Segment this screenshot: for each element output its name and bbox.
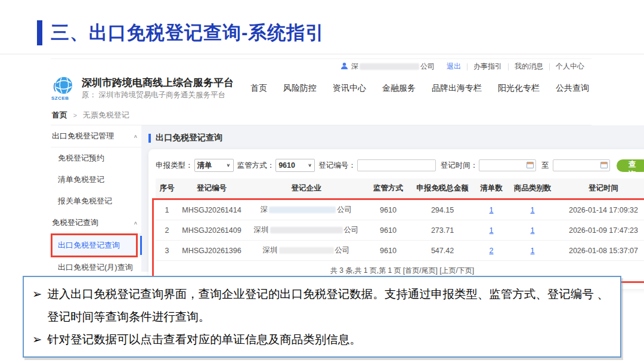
nav-finance[interactable]: 金融服务 [382, 83, 416, 94]
page-title: 三、出口免税登记查询-系统指引 [51, 20, 324, 45]
declare-type-value: 清单 [197, 161, 212, 171]
cell-reg-time: 2026-01-14 17:09:32 [558, 201, 644, 219]
sidebar-group-label: 免税登记查询 [52, 217, 98, 228]
supervision-select[interactable]: 9610 ∨ [275, 159, 315, 172]
chevron-down-icon: ∨ [226, 163, 230, 168]
cell-category-count-link[interactable]: 1 [507, 201, 558, 219]
cell-list-count-link[interactable]: 1 [476, 201, 507, 219]
nav-public-query[interactable]: 公共查询 [556, 83, 589, 94]
company-name-suffix: 公司 [420, 62, 435, 70]
main-content: 出口免税登记查询 申报类型： 清单 ∨ 监管方式： 9610 ∨ [141, 125, 644, 272]
supervision-value: 9610 [278, 161, 295, 170]
company-prefix: 深圳 [263, 246, 278, 254]
nav-info-center[interactable]: 资讯中心 [333, 83, 366, 94]
cell-supervision: 9610 [367, 222, 409, 239]
sidebar-item-exemption-appointment[interactable]: 免税登记预约 [51, 147, 141, 169]
cell-category-count-link[interactable]: 1 [507, 242, 558, 260]
cell-list-count-link[interactable]: 1 [476, 222, 507, 239]
breadcrumb-home[interactable]: 首页 [52, 110, 67, 119]
site-subtitle: 原： 深圳市跨境贸易电子商务通关服务平台 [82, 90, 234, 100]
calendar-icon[interactable] [527, 162, 534, 168]
pagination-prev-next[interactable]: [上页/下页] [438, 266, 474, 275]
sidebar-group-registration-query[interactable]: 免税登记查询 ∧ [51, 212, 141, 234]
col-list-count: 清单数 [476, 179, 507, 198]
sidebar-group-registration-mgmt[interactable]: 出口免税登记管理 ∧ [51, 125, 141, 147]
portal-body: 出口免税登记管理 ∧ 免税登记预约 清单免税登记 报关单免税登记 免税登记查询 … [51, 125, 592, 272]
guide-link[interactable]: 办事指引 [467, 61, 508, 72]
breadcrumb-current: 无票免税登记 [83, 110, 129, 119]
nav-risk-control[interactable]: 风险防控 [283, 83, 317, 94]
company-suffix: 公司 [337, 205, 352, 214]
company-suffix: 公司 [335, 246, 350, 254]
reg-time-to-box [553, 159, 610, 171]
cell-amount: 547.42 [409, 242, 476, 260]
company-prefix: 深圳 [254, 226, 269, 234]
messages-link[interactable]: 我的消息 [509, 61, 549, 72]
chevron-down-icon: ∨ [308, 163, 312, 168]
company-prefix: 深 [261, 205, 268, 214]
cell-list-count-link[interactable]: 2 [476, 242, 507, 260]
cell-reg-no: MHSGJ20261409 [178, 222, 245, 239]
cell-reg-no: MHSGJ20261396 [178, 242, 245, 260]
search-button[interactable]: 查询 [617, 159, 644, 172]
portal-screenshot: 深公司 退出 办事指引 我的消息 个人中心 [51, 59, 592, 266]
col-company: 登记企业 [245, 179, 367, 198]
panel-title-row: 出口免税登记查询 [148, 133, 644, 143]
reg-no-label: 登记编号： [318, 161, 356, 171]
logo-text: 深圳市跨境电商线上综合服务平台 原： 深圳市跨境贸易电子商务通关服务平台 [82, 76, 234, 100]
table-row: 1 MHSGJ20261414 深公司 9610 294.15 1 1 2026… [156, 200, 644, 220]
profile-link[interactable]: 个人中心 [550, 61, 590, 72]
declare-type-select[interactable]: 清单 ∨ [194, 159, 234, 172]
notes-box: ➢ 进入出口免税登记查询界面，查询企业登记的出口免税登记数据。支持通过申报类型、… [23, 276, 621, 358]
sidebar-item-export-exemption-query[interactable]: 出口免税登记查询 [51, 234, 141, 257]
site-title: 深圳市跨境电商线上综合服务平台 [82, 76, 234, 89]
breadcrumb: 首页 > 无票免税登记 [51, 106, 592, 125]
calendar-icon[interactable] [600, 162, 608, 168]
cell-seq: 1 [156, 201, 178, 219]
table-header-row: 序号 登记编号 登记企业 监管方式 申报免税总金额 清单数 商品类别数 登记时间 [156, 179, 644, 198]
sidebar-group-label: 出口免税登记管理 [52, 131, 114, 141]
cell-reg-time: 2026-01-08 15:37:07 [558, 242, 644, 260]
slide: 三、出口免税登记查询-系统指引 深公司 退出 办事指引 我的消息 个人中心 [0, 0, 644, 363]
redacted-company-name [270, 227, 343, 233]
cell-reg-no: MHSGJ20261414 [178, 201, 245, 219]
cell-company: 深公司 [245, 200, 367, 220]
sidebar-item-list-exemption-reg[interactable]: 清单免税登记 [51, 169, 141, 190]
arrow-bullet-icon: ➢ [32, 282, 42, 328]
company-suffix: 公司 [344, 226, 359, 234]
user-account: 深公司 [335, 61, 441, 72]
table-row: 2 MHSGJ20261409 深圳公司 9610 273.71 1 1 202… [156, 220, 644, 241]
col-reg-no: 登记编号 [178, 179, 245, 198]
redacted-company-name [279, 247, 334, 254]
globe-logo-icon: SZCEB [51, 76, 76, 101]
cell-amount: 294.15 [409, 201, 476, 219]
note-text: 针对登记数据可以点击查看对应的单证信息及商品类别信息。 [47, 328, 612, 350]
cell-amount: 273.71 [409, 222, 476, 239]
filter-bar: 申报类型： 清单 ∨ 监管方式： 9610 ∨ 登记编号： 登记时间： [156, 159, 644, 172]
user-icon [340, 62, 348, 72]
nav-brand-overseas[interactable]: 品牌出海专栏 [432, 83, 482, 94]
portal-header: SZCEB 深圳市跨境电商线上综合服务平台 原： 深圳市跨境贸易电子商务通关服务… [51, 74, 592, 103]
cell-category-count-link[interactable]: 1 [507, 222, 558, 239]
chevron-up-icon: ∧ [134, 220, 138, 226]
note-text: 进入出口免税登记查询界面，查询企业登记的出口免税登记数据。支持通过申报类型、监管… [47, 282, 612, 328]
table-row: 3 MHSGJ20261396 深圳公司 9610 547.42 2 1 202… [156, 241, 644, 261]
logout-link[interactable]: 退出 [441, 61, 467, 72]
cell-company: 深圳公司 [245, 241, 367, 260]
sidebar-item-customs-exemption-reg[interactable]: 报关单免税登记 [51, 190, 141, 212]
nav-home[interactable]: 首页 [250, 83, 267, 94]
supervision-label: 监管方式： [237, 161, 275, 171]
main-nav: 首页 风险防控 资讯中心 金融服务 品牌出海专栏 阳光化专栏 公共查询 [250, 83, 592, 94]
col-seq: 序号 [156, 179, 178, 198]
note-item: ➢ 进入出口免税登记查询界面，查询企业登记的出口免税登记数据。支持通过申报类型、… [32, 282, 612, 328]
pagination-summary: 共 3 条,共 1 页,第 1 页 [330, 266, 403, 275]
redacted-company-name [360, 63, 419, 70]
sidebar-item-export-exemption-month-query[interactable]: 出口免税登记(月)查询 [51, 257, 141, 278]
panel-title: 出口免税登记查询 [156, 133, 222, 143]
reg-no-input[interactable] [357, 159, 436, 171]
pagination-first-last[interactable]: [首页/尾页] [403, 266, 438, 275]
nav-sunshine[interactable]: 阳光化专栏 [498, 83, 540, 94]
logo: SZCEB 深圳市跨境电商线上综合服务平台 原： 深圳市跨境贸易电子商务通关服务… [51, 76, 234, 101]
query-panel: 申报类型： 清单 ∨ 监管方式： 9610 ∨ 登记编号： 登记时间： [148, 149, 644, 289]
title-accent-bar [37, 20, 42, 45]
